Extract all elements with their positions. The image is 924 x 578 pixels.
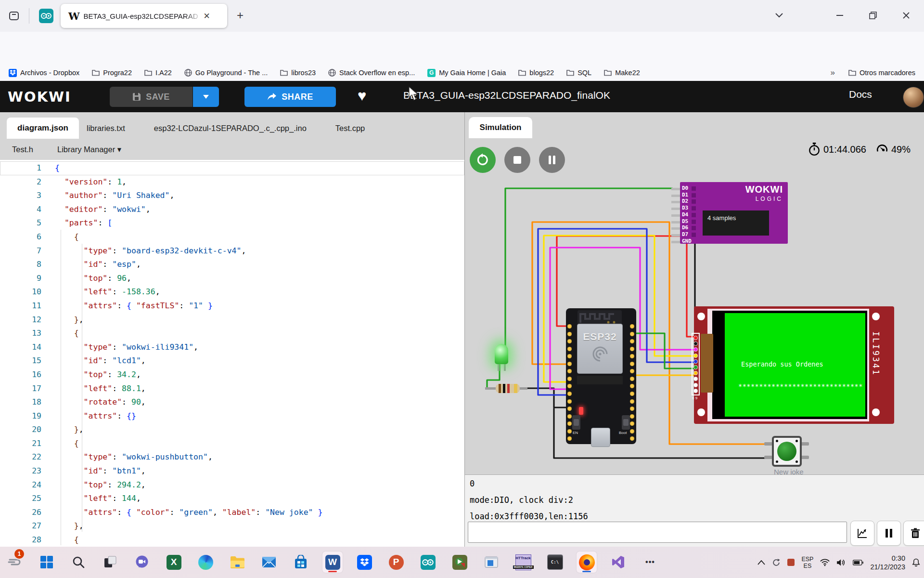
bookmark-item[interactable]: libros23 [278, 66, 318, 79]
taskbar-powerpoint[interactable]: P [386, 552, 406, 573]
wokwi-logo[interactable]: WOKWI [8, 89, 71, 105]
bookmark-item[interactable]: GMy Gaia Home | Gaia [425, 66, 508, 79]
code-line[interactable]: 2 "version": 1, [0, 175, 464, 189]
save-button[interactable]: SAVE [110, 87, 192, 107]
tray-chevron-up-icon[interactable] [757, 560, 765, 565]
project-title[interactable]: BETA3_GUIA-esp32LCDSEPARADO_finalOK [403, 90, 610, 101]
taskbar-start[interactable] [37, 552, 57, 573]
taskbar-arduino[interactable] [418, 552, 438, 573]
window-minimize-button[interactable] [836, 8, 843, 23]
new-tab-button[interactable]: + [237, 10, 244, 21]
user-avatar[interactable] [903, 87, 924, 108]
code-line[interactable]: 24 "top": 294.2, [0, 478, 464, 492]
logic-analyzer[interactable]: WOKWI LOGIC 4 samples D0D1D2D3D4D5D6D7GN… [680, 182, 788, 244]
taskbar-task-view[interactable] [100, 552, 120, 573]
bookmark-item[interactable]: Progra22 [90, 66, 134, 79]
code-editor[interactable]: 1{2 "version": 1,3 "author": "Uri Shaked… [0, 160, 464, 547]
pause-serial-button[interactable] [877, 521, 901, 546]
plot-button[interactable] [850, 521, 874, 546]
esp32-en-button[interactable] [572, 415, 580, 430]
code-line[interactable]: 19 "attrs": {} [0, 409, 464, 423]
ili9341-lcd[interactable]: Esperando sus Ordenes ******************… [694, 306, 894, 424]
esp32-board[interactable]: ESP32 EN Boot [566, 308, 636, 444]
code-line[interactable]: 18 "rotate": 90, [0, 395, 464, 409]
serial-input[interactable] [468, 522, 847, 543]
code-line[interactable]: 20 }, [0, 423, 464, 437]
code-line[interactable]: 21 { [0, 437, 464, 451]
taskbar-vm[interactable] [481, 552, 501, 573]
favorite-heart-icon[interactable]: ♥ [358, 87, 366, 105]
tab-diagram-json[interactable]: diagram.json [7, 118, 79, 139]
restart-button[interactable] [470, 147, 496, 173]
editor-tab[interactable]: Test.h [12, 145, 33, 154]
taskbar-firefox[interactable] [577, 552, 597, 573]
tab-list-chevron-icon[interactable] [775, 8, 783, 23]
code-line[interactable]: 3 "author": "Uri Shaked", [0, 189, 464, 203]
code-line[interactable]: 23 "id": "btn1", [0, 464, 464, 478]
bookmark-item[interactable]: I.A22 [142, 66, 174, 79]
language-indicator[interactable]: ESPES [801, 556, 813, 569]
code-line[interactable]: 14 "type": "wokwi-ili9341", [0, 341, 464, 355]
taskbar-terminal[interactable]: C:\ [545, 552, 565, 573]
bookmark-item[interactable]: Archivos - Dropbox [7, 66, 81, 79]
bookmarks-overflow-chevrons[interactable]: » [828, 66, 836, 79]
taskbar-file-explorer[interactable] [227, 552, 247, 573]
bookmark-item[interactable]: SQL [565, 66, 593, 79]
clock[interactable]: 0:3021/12/2023 [870, 554, 905, 571]
tray-app-icon[interactable] [787, 559, 795, 566]
stop-button[interactable] [504, 147, 530, 173]
tab-close-icon[interactable]: ✕ [204, 11, 210, 21]
code-line[interactable]: 27 }, [0, 519, 464, 533]
save-dropdown-button[interactable] [193, 87, 219, 107]
editor-tab[interactable]: Test.cpp [335, 124, 365, 133]
bookmark-item[interactable]: Stack Overflow en esp... [326, 66, 417, 79]
bookmark-item[interactable]: blogs22 [516, 66, 556, 79]
wifi-icon[interactable] [820, 559, 830, 566]
code-line[interactable]: 7 "type": "board-esp32-devkit-c-v4", [0, 244, 464, 258]
pinned-tab-arduino[interactable] [37, 6, 56, 26]
code-line[interactable]: 1{ [0, 161, 464, 175]
taskbar-dev-cpp[interactable] [449, 552, 470, 573]
sync-tray-icon[interactable] [772, 558, 781, 567]
code-line[interactable]: 26 "attrs": { "color": "green", "label":… [0, 506, 464, 520]
taskbar-more[interactable]: ••• [640, 552, 660, 573]
notification-bell-icon[interactable] [912, 558, 920, 566]
taskbar-search[interactable] [68, 552, 89, 573]
code-line[interactable]: 22 "type": "wokwi-pushbutton", [0, 450, 464, 464]
bookmark-item[interactable]: Make22 [602, 66, 642, 79]
taskbar-excel[interactable]: X [164, 552, 184, 573]
code-line[interactable]: 13 { [0, 327, 464, 341]
docs-link[interactable]: Docs [849, 89, 872, 100]
window-close-button[interactable] [903, 8, 910, 23]
code-line[interactable]: 16 "top": 34.2, [0, 368, 464, 382]
window-restore-button[interactable] [869, 8, 877, 23]
code-line[interactable]: 28 { [0, 533, 464, 547]
code-line[interactable]: 9 "top": 96, [0, 272, 464, 286]
taskbar-dropbox[interactable] [354, 552, 374, 573]
tab-simulation[interactable]: Simulation [469, 117, 532, 138]
taskbar-mail[interactable] [259, 552, 279, 573]
browser-tab[interactable]: W BETA3_GUIA-esp32LCDSEPARAD ✕ [61, 4, 227, 28]
code-line[interactable]: 4 "editor": "wokwi", [0, 203, 464, 217]
code-line[interactable]: 17 "left": 88.1, [0, 382, 464, 396]
share-button[interactable]: SHARE [244, 87, 336, 107]
firefox-view-icon[interactable] [6, 8, 22, 24]
esp32-boot-button[interactable] [622, 415, 630, 430]
code-line[interactable]: 12 }, [0, 313, 464, 327]
taskbar-visual-studio[interactable] [608, 552, 629, 573]
taskbar-store[interactable] [291, 552, 311, 573]
clear-serial-button[interactable] [903, 521, 924, 546]
green-led[interactable] [495, 344, 508, 364]
code-line[interactable]: 25 "left": 144, [0, 492, 464, 506]
code-line[interactable]: 11 "attrs": { "fastTLS": "1" } [0, 299, 464, 313]
resistor[interactable] [496, 384, 520, 393]
pushbutton-cap[interactable] [777, 442, 796, 461]
pause-button[interactable] [539, 147, 565, 173]
pushbutton[interactable] [772, 436, 802, 467]
volume-icon[interactable] [836, 559, 846, 566]
code-line[interactable]: 6 { [0, 230, 464, 244]
editor-tab[interactable]: libraries.txt [87, 124, 125, 133]
battery-icon[interactable] [853, 560, 863, 565]
taskbar-word[interactable]: W [322, 552, 343, 573]
code-line[interactable]: 8 "id": "esp", [0, 258, 464, 272]
